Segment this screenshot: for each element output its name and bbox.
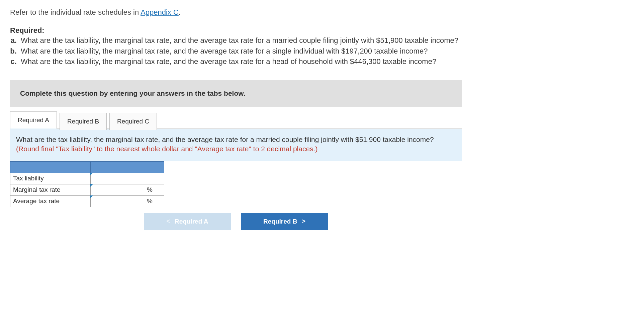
unit-tax-liability [144, 173, 164, 184]
intro-text: Refer to the individual rate schedules i… [10, 8, 634, 17]
panel-hint: (Round final "Tax liability" to the near… [16, 145, 317, 153]
nav-row: < Required A Required B > [10, 213, 462, 230]
required-heading: Required: [10, 26, 634, 35]
input-marginal-rate[interactable] [91, 184, 144, 195]
prev-button-label: Required A [175, 218, 208, 225]
chevron-left-icon: < [166, 218, 170, 225]
tabs-row: Required A Required B Required C [10, 111, 634, 129]
next-button[interactable]: Required B > [241, 213, 328, 230]
table-row: Marginal tax rate % [10, 184, 164, 195]
table-row: Tax liability [10, 173, 164, 184]
tab-required-c[interactable]: Required C [109, 113, 157, 130]
row-label-tax-liability: Tax liability [10, 173, 91, 184]
row-label-average-rate: Average tax rate [10, 195, 91, 207]
row-label-marginal-rate: Marginal tax rate [10, 184, 91, 195]
prev-button[interactable]: < Required A [144, 213, 231, 230]
instruction-bar: Complete this question by entering your … [10, 80, 462, 107]
table-row: Average tax rate % [10, 195, 164, 207]
intro-suffix: . [179, 8, 181, 16]
next-button-label: Required B [263, 218, 297, 225]
question-c: What are the tax liability, the marginal… [19, 57, 634, 67]
input-tax-liability[interactable] [91, 173, 144, 184]
input-marker-icon [90, 184, 93, 187]
input-average-rate[interactable] [91, 195, 144, 207]
question-b: What are the tax liability, the marginal… [19, 46, 634, 56]
tab-panel: What are the tax liability, the marginal… [10, 129, 462, 161]
chevron-right-icon: > [302, 218, 305, 225]
input-marker-icon [90, 195, 93, 198]
tab-required-b[interactable]: Required B [60, 113, 107, 130]
answer-table: Tax liability Marginal tax rate % Averag… [10, 161, 164, 207]
unit-average-rate: % [144, 195, 164, 207]
appendix-link[interactable]: Appendix C [141, 8, 179, 16]
input-marker-icon [90, 173, 93, 175]
header-cell-input [91, 161, 144, 173]
table-header-row [10, 161, 164, 173]
question-a: What are the tax liability, the marginal… [19, 35, 634, 46]
header-cell-unit [144, 161, 164, 173]
panel-question: What are the tax liability, the marginal… [16, 136, 434, 143]
question-list: What are the tax liability, the marginal… [10, 35, 634, 67]
unit-marginal-rate: % [144, 184, 164, 195]
tab-required-a[interactable]: Required A [10, 111, 57, 129]
header-cell-label [10, 161, 91, 173]
intro-prefix: Refer to the individual rate schedules i… [10, 8, 141, 16]
